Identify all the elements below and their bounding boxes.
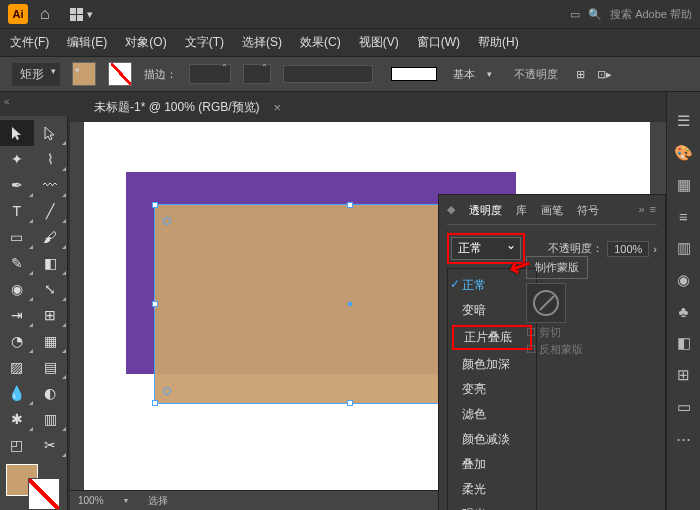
shaper-tool[interactable]: ✎ xyxy=(0,250,34,276)
blend-screen[interactable]: 滤色 xyxy=(448,402,536,427)
blend-mode-highlight: 正常 xyxy=(447,233,525,264)
menu-type[interactable]: 文字(T) xyxy=(185,34,224,51)
menu-view[interactable]: 视图(V) xyxy=(359,34,399,51)
blend-tool[interactable]: ◐ xyxy=(34,380,68,406)
tab-library[interactable]: 库 xyxy=(516,203,527,218)
menu-window[interactable]: 窗口(W) xyxy=(417,34,460,51)
symbol-sprayer-tool[interactable]: ✱ xyxy=(0,406,34,432)
dock-swatches-icon[interactable]: ▦ xyxy=(677,176,691,194)
blend-color-dodge[interactable]: 颜色减淡 xyxy=(448,427,536,452)
magic-wand-tool[interactable]: ✦ xyxy=(0,146,34,172)
workspace-switcher[interactable]: ▾ xyxy=(70,8,93,21)
type-tool[interactable]: T xyxy=(0,198,34,224)
dock-gradient-icon[interactable]: ▥ xyxy=(677,239,691,257)
ruler-toggle[interactable]: « xyxy=(4,96,10,107)
brush-profile[interactable] xyxy=(283,65,373,83)
tab-transparency[interactable]: 透明度 xyxy=(469,203,502,218)
blend-overlay[interactable]: 叠加 xyxy=(448,452,536,477)
ai-logo: Ai xyxy=(8,4,28,24)
no-mask-icon xyxy=(533,290,559,316)
opacity-chevron-icon[interactable]: › xyxy=(653,243,657,255)
panel-opacity-value[interactable]: 100% xyxy=(607,241,649,257)
shape-type-dropdown[interactable]: 矩形 xyxy=(12,63,60,86)
eraser-tool[interactable]: ◧ xyxy=(34,250,68,276)
mask-controls: 制作蒙版 ☐ 剪切 ☐ 反相蒙版 xyxy=(526,256,658,359)
line-tool[interactable]: ╱ xyxy=(34,198,68,224)
pen-tool[interactable]: ✒ xyxy=(0,172,34,198)
document-title: 未标题-1* @ 100% (RGB/预览) xyxy=(94,99,260,116)
panel-more-icon[interactable]: » ≡ xyxy=(638,203,657,218)
toolbox-stroke[interactable] xyxy=(28,478,60,510)
transform-icon[interactable]: ⊡▸ xyxy=(597,68,612,81)
var-width-field[interactable] xyxy=(243,64,271,84)
slice-tool[interactable]: ✂ xyxy=(34,432,68,458)
direct-selection-tool[interactable] xyxy=(34,120,68,146)
blend-lighten[interactable]: 变亮 xyxy=(448,377,536,402)
align-icon[interactable]: ⊞ xyxy=(576,68,585,81)
curvature-tool[interactable]: 〰 xyxy=(34,172,68,198)
dock-properties-icon[interactable]: ☰ xyxy=(677,112,690,130)
lasso-tool[interactable]: ⌇ xyxy=(34,146,68,172)
menu-select[interactable]: 选择(S) xyxy=(242,34,282,51)
stroke-swatch[interactable] xyxy=(108,62,132,86)
eyedropper-tool[interactable]: 💧 xyxy=(0,380,34,406)
search-placeholder[interactable]: 搜索 Adobe 帮助 xyxy=(610,7,692,22)
invert-checkbox[interactable]: ☐ 反相蒙版 xyxy=(526,342,658,357)
blend-color-burn[interactable]: 颜色加深 xyxy=(448,352,536,377)
zoom-level[interactable]: 100% xyxy=(78,495,104,506)
dock-appearance-icon[interactable]: ◉ xyxy=(677,271,690,289)
blend-normal[interactable]: 正常 xyxy=(448,273,536,298)
panel-opacity-label: 不透明度： xyxy=(548,241,603,256)
rotate-tool[interactable]: ◉ xyxy=(0,276,34,302)
width-tool[interactable]: ⇥ xyxy=(0,302,34,328)
control-bar: 矩形 描边： 基本▾ 不透明度 ⊞ ⊡▸ xyxy=(0,56,700,92)
tab-brushes[interactable]: 画笔 xyxy=(541,203,563,218)
close-tab-icon[interactable]: × xyxy=(274,100,282,115)
gradient-tool[interactable]: ▤ xyxy=(34,354,68,380)
menu-object[interactable]: 对象(O) xyxy=(125,34,166,51)
blend-darken[interactable]: 变暗 xyxy=(448,298,536,323)
fill-swatch[interactable] xyxy=(72,62,96,86)
fill-stroke-swatch[interactable] xyxy=(6,464,60,510)
menu-edit[interactable]: 编辑(E) xyxy=(67,34,107,51)
blend-mode-dropdown[interactable]: 正常 xyxy=(451,237,521,260)
dock-artboards-icon[interactable]: ▭ xyxy=(677,398,691,416)
dock-more-icon[interactable]: ⋯ xyxy=(676,430,691,448)
rectangle-tool[interactable]: ▭ xyxy=(0,224,34,250)
document-tab[interactable]: 未标题-1* @ 100% (RGB/预览) × xyxy=(84,95,291,120)
home-icon[interactable]: ⌂ xyxy=(40,5,50,23)
menu-help[interactable]: 帮助(H) xyxy=(478,34,519,51)
clip-checkbox[interactable]: ☐ 剪切 xyxy=(526,325,658,340)
dock-color-icon[interactable]: 🎨 xyxy=(674,144,693,162)
graph-tool[interactable]: ▥ xyxy=(34,406,68,432)
dock-graphic-styles-icon[interactable]: ♣ xyxy=(679,303,689,320)
right-dock: ☰ 🎨 ▦ ≡ ▥ ◉ ♣ ◧ ⊞ ▭ ⋯ xyxy=(666,92,700,510)
stroke-weight-field[interactable] xyxy=(189,64,231,84)
stroke-label: 描边： xyxy=(144,67,177,82)
blend-multiply[interactable]: 正片叠底 xyxy=(452,325,532,350)
tab-symbols[interactable]: 符号 xyxy=(577,203,599,218)
perspective-tool[interactable]: ▦ xyxy=(34,328,68,354)
dock-asset-icon[interactable]: ⊞ xyxy=(677,366,690,384)
menu-file[interactable]: 文件(F) xyxy=(10,34,49,51)
scale-tool[interactable]: ⤡ xyxy=(34,276,68,302)
shape-builder-tool[interactable]: ◔ xyxy=(0,328,34,354)
search-icon[interactable]: 🔍 xyxy=(588,8,602,21)
ctrl-opacity-label[interactable]: 不透明度 xyxy=(514,67,558,82)
mesh-tool[interactable]: ▨ xyxy=(0,354,34,380)
dock-layers-icon[interactable]: ◧ xyxy=(677,334,691,352)
menu-effect[interactable]: 效果(C) xyxy=(300,34,341,51)
artboard-tool[interactable]: ◰ xyxy=(0,432,34,458)
dock-stroke-icon[interactable]: ≡ xyxy=(679,208,688,225)
style-basic-label[interactable]: 基本 xyxy=(453,67,475,82)
free-transform-tool[interactable]: ⊞ xyxy=(34,302,68,328)
brush-tool[interactable]: 🖌 xyxy=(34,224,68,250)
arrange-docs-icon[interactable]: ▭ xyxy=(570,8,580,21)
app-topbar: Ai ⌂ ▾ ▭ 🔍 搜索 Adobe 帮助 xyxy=(0,0,700,28)
selection-tool[interactable] xyxy=(0,120,34,146)
make-mask-button[interactable]: 制作蒙版 xyxy=(526,256,588,279)
blend-hard-light[interactable]: 强光 xyxy=(448,502,536,510)
stroke-style-preview[interactable] xyxy=(391,67,437,81)
blend-soft-light[interactable]: 柔光 xyxy=(448,477,536,502)
mask-thumb[interactable] xyxy=(526,283,566,323)
